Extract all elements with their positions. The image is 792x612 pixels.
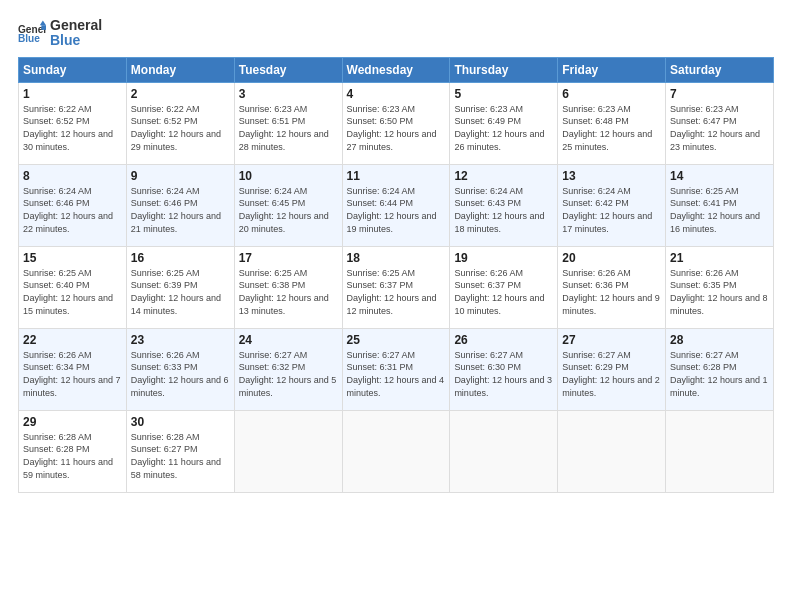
calendar-body: 1 Sunrise: 6:22 AMSunset: 6:52 PMDayligh…: [19, 82, 774, 492]
calendar-cell: 4 Sunrise: 6:23 AMSunset: 6:50 PMDayligh…: [342, 82, 450, 164]
calendar-cell: [450, 410, 558, 492]
day-header-monday: Monday: [126, 57, 234, 82]
calendar-cell: 18 Sunrise: 6:25 AMSunset: 6:37 PMDaylig…: [342, 246, 450, 328]
day-header-friday: Friday: [558, 57, 666, 82]
calendar-cell: 14 Sunrise: 6:25 AMSunset: 6:41 PMDaylig…: [666, 164, 774, 246]
day-number: 15: [23, 251, 122, 265]
day-info: Sunrise: 6:27 AMSunset: 6:31 PMDaylight:…: [347, 349, 446, 399]
calendar-cell: 12 Sunrise: 6:24 AMSunset: 6:43 PMDaylig…: [450, 164, 558, 246]
calendar-cell: 1 Sunrise: 6:22 AMSunset: 6:52 PMDayligh…: [19, 82, 127, 164]
svg-marker-2: [40, 21, 46, 26]
calendar-cell: 13 Sunrise: 6:24 AMSunset: 6:42 PMDaylig…: [558, 164, 666, 246]
calendar-cell: 9 Sunrise: 6:24 AMSunset: 6:46 PMDayligh…: [126, 164, 234, 246]
day-number: 1: [23, 87, 122, 101]
day-number: 28: [670, 333, 769, 347]
day-info: Sunrise: 6:22 AMSunset: 6:52 PMDaylight:…: [23, 103, 122, 153]
day-info: Sunrise: 6:24 AMSunset: 6:46 PMDaylight:…: [131, 185, 230, 235]
calendar-header-row: SundayMondayTuesdayWednesdayThursdayFrid…: [19, 57, 774, 82]
day-number: 22: [23, 333, 122, 347]
day-info: Sunrise: 6:26 AMSunset: 6:34 PMDaylight:…: [23, 349, 122, 399]
day-header-wednesday: Wednesday: [342, 57, 450, 82]
week-row-1: 1 Sunrise: 6:22 AMSunset: 6:52 PMDayligh…: [19, 82, 774, 164]
calendar-cell: [342, 410, 450, 492]
calendar-table: SundayMondayTuesdayWednesdayThursdayFrid…: [18, 57, 774, 493]
day-number: 10: [239, 169, 338, 183]
logo: General Blue General Blue: [18, 18, 102, 49]
calendar-cell: 19 Sunrise: 6:26 AMSunset: 6:37 PMDaylig…: [450, 246, 558, 328]
calendar-cell: 2 Sunrise: 6:22 AMSunset: 6:52 PMDayligh…: [126, 82, 234, 164]
day-info: Sunrise: 6:22 AMSunset: 6:52 PMDaylight:…: [131, 103, 230, 153]
day-number: 7: [670, 87, 769, 101]
week-row-2: 8 Sunrise: 6:24 AMSunset: 6:46 PMDayligh…: [19, 164, 774, 246]
day-info: Sunrise: 6:25 AMSunset: 6:41 PMDaylight:…: [670, 185, 769, 235]
day-number: 17: [239, 251, 338, 265]
calendar-cell: [234, 410, 342, 492]
day-info: Sunrise: 6:27 AMSunset: 6:30 PMDaylight:…: [454, 349, 553, 399]
day-info: Sunrise: 6:26 AMSunset: 6:35 PMDaylight:…: [670, 267, 769, 317]
day-info: Sunrise: 6:25 AMSunset: 6:39 PMDaylight:…: [131, 267, 230, 317]
logo-icon: General Blue: [18, 19, 46, 47]
calendar-page: General Blue General Blue SundayMondayTu…: [0, 0, 792, 612]
calendar-cell: 7 Sunrise: 6:23 AMSunset: 6:47 PMDayligh…: [666, 82, 774, 164]
day-info: Sunrise: 6:25 AMSunset: 6:40 PMDaylight:…: [23, 267, 122, 317]
day-info: Sunrise: 6:23 AMSunset: 6:50 PMDaylight:…: [347, 103, 446, 153]
calendar-cell: [666, 410, 774, 492]
day-number: 26: [454, 333, 553, 347]
day-info: Sunrise: 6:27 AMSunset: 6:29 PMDaylight:…: [562, 349, 661, 399]
calendar-cell: 3 Sunrise: 6:23 AMSunset: 6:51 PMDayligh…: [234, 82, 342, 164]
day-info: Sunrise: 6:28 AMSunset: 6:28 PMDaylight:…: [23, 431, 122, 481]
day-number: 25: [347, 333, 446, 347]
day-info: Sunrise: 6:24 AMSunset: 6:42 PMDaylight:…: [562, 185, 661, 235]
day-info: Sunrise: 6:25 AMSunset: 6:38 PMDaylight:…: [239, 267, 338, 317]
day-info: Sunrise: 6:27 AMSunset: 6:32 PMDaylight:…: [239, 349, 338, 399]
day-number: 16: [131, 251, 230, 265]
calendar-cell: 23 Sunrise: 6:26 AMSunset: 6:33 PMDaylig…: [126, 328, 234, 410]
week-row-4: 22 Sunrise: 6:26 AMSunset: 6:34 PMDaylig…: [19, 328, 774, 410]
day-number: 11: [347, 169, 446, 183]
day-number: 29: [23, 415, 122, 429]
day-number: 20: [562, 251, 661, 265]
day-info: Sunrise: 6:23 AMSunset: 6:47 PMDaylight:…: [670, 103, 769, 153]
day-info: Sunrise: 6:25 AMSunset: 6:37 PMDaylight:…: [347, 267, 446, 317]
calendar-cell: 11 Sunrise: 6:24 AMSunset: 6:44 PMDaylig…: [342, 164, 450, 246]
day-number: 3: [239, 87, 338, 101]
svg-marker-3: [41, 26, 46, 31]
day-number: 12: [454, 169, 553, 183]
calendar-cell: 29 Sunrise: 6:28 AMSunset: 6:28 PMDaylig…: [19, 410, 127, 492]
header: General Blue General Blue: [18, 18, 774, 49]
day-header-sunday: Sunday: [19, 57, 127, 82]
day-header-thursday: Thursday: [450, 57, 558, 82]
calendar-cell: 28 Sunrise: 6:27 AMSunset: 6:28 PMDaylig…: [666, 328, 774, 410]
day-info: Sunrise: 6:27 AMSunset: 6:28 PMDaylight:…: [670, 349, 769, 399]
calendar-cell: 15 Sunrise: 6:25 AMSunset: 6:40 PMDaylig…: [19, 246, 127, 328]
calendar-cell: 5 Sunrise: 6:23 AMSunset: 6:49 PMDayligh…: [450, 82, 558, 164]
day-info: Sunrise: 6:23 AMSunset: 6:49 PMDaylight:…: [454, 103, 553, 153]
calendar-cell: 21 Sunrise: 6:26 AMSunset: 6:35 PMDaylig…: [666, 246, 774, 328]
calendar-cell: 27 Sunrise: 6:27 AMSunset: 6:29 PMDaylig…: [558, 328, 666, 410]
calendar-cell: 22 Sunrise: 6:26 AMSunset: 6:34 PMDaylig…: [19, 328, 127, 410]
week-row-3: 15 Sunrise: 6:25 AMSunset: 6:40 PMDaylig…: [19, 246, 774, 328]
calendar-cell: 20 Sunrise: 6:26 AMSunset: 6:36 PMDaylig…: [558, 246, 666, 328]
day-number: 21: [670, 251, 769, 265]
day-number: 24: [239, 333, 338, 347]
day-info: Sunrise: 6:24 AMSunset: 6:43 PMDaylight:…: [454, 185, 553, 235]
day-number: 23: [131, 333, 230, 347]
day-number: 8: [23, 169, 122, 183]
day-info: Sunrise: 6:26 AMSunset: 6:33 PMDaylight:…: [131, 349, 230, 399]
calendar-cell: 8 Sunrise: 6:24 AMSunset: 6:46 PMDayligh…: [19, 164, 127, 246]
day-number: 2: [131, 87, 230, 101]
day-number: 13: [562, 169, 661, 183]
svg-text:Blue: Blue: [18, 34, 40, 45]
day-header-saturday: Saturday: [666, 57, 774, 82]
day-header-tuesday: Tuesday: [234, 57, 342, 82]
day-info: Sunrise: 6:26 AMSunset: 6:36 PMDaylight:…: [562, 267, 661, 317]
day-info: Sunrise: 6:28 AMSunset: 6:27 PMDaylight:…: [131, 431, 230, 481]
logo-general: General: [50, 18, 102, 33]
calendar-cell: 6 Sunrise: 6:23 AMSunset: 6:48 PMDayligh…: [558, 82, 666, 164]
week-row-5: 29 Sunrise: 6:28 AMSunset: 6:28 PMDaylig…: [19, 410, 774, 492]
day-number: 14: [670, 169, 769, 183]
day-number: 30: [131, 415, 230, 429]
day-info: Sunrise: 6:23 AMSunset: 6:51 PMDaylight:…: [239, 103, 338, 153]
calendar-cell: 25 Sunrise: 6:27 AMSunset: 6:31 PMDaylig…: [342, 328, 450, 410]
calendar-cell: 30 Sunrise: 6:28 AMSunset: 6:27 PMDaylig…: [126, 410, 234, 492]
